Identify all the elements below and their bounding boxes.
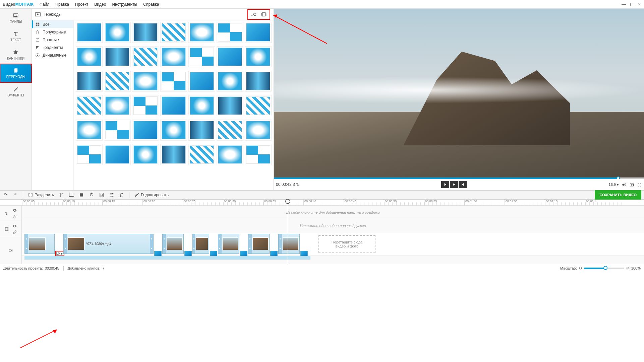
transition-thumb[interactable] (190, 72, 214, 90)
transition-thumb[interactable] (246, 23, 270, 42)
transition-thumb[interactable] (105, 72, 129, 90)
transition-thumb[interactable] (218, 121, 242, 139)
transition-thumb[interactable] (246, 121, 270, 139)
play-button[interactable] (450, 181, 458, 188)
transition-thumb[interactable] (105, 96, 129, 115)
menu-video[interactable]: Видео (94, 2, 106, 7)
menu-file[interactable]: Файл (40, 2, 50, 7)
redo-icon[interactable] (13, 192, 18, 198)
rotate-icon[interactable] (89, 192, 94, 198)
save-video-button[interactable]: СОХРАНИТЬ ВИДЕО (595, 190, 641, 200)
edit-button[interactable]: Редактировать (134, 192, 169, 198)
category-all[interactable]: Все (32, 20, 73, 28)
transition-thumb[interactable] (190, 48, 214, 66)
transition-thumb[interactable] (105, 145, 129, 164)
overlay-track[interactable]: Наложите одно видео поверх другого (22, 219, 644, 232)
transition-thumb[interactable] (133, 72, 158, 90)
transition-thumb[interactable] (218, 72, 242, 90)
clip-7[interactable] (278, 234, 300, 254)
clip-3[interactable] (162, 234, 184, 254)
transition-thumb[interactable] (162, 96, 186, 115)
menu-help[interactable]: Справка (143, 2, 159, 7)
clip-handle[interactable] (25, 234, 28, 254)
zoom-in-button[interactable]: ⊕ (626, 266, 629, 270)
progress-knob[interactable] (617, 176, 620, 179)
transition-thumb[interactable] (190, 96, 214, 115)
tab-files[interactable]: ФАЙЛЫ (0, 9, 32, 27)
minimize-button[interactable]: — (622, 2, 626, 7)
transition-thumb[interactable] (246, 72, 270, 90)
split-button[interactable]: Разделить (28, 192, 54, 198)
tab-effects[interactable]: ЭФФЕКТЫ (0, 82, 32, 101)
clip-5[interactable] (218, 234, 239, 254)
transitions-strip[interactable] (24, 256, 310, 260)
eye-icon[interactable] (12, 224, 17, 228)
trash-icon[interactable] (119, 192, 124, 198)
next-frame-button[interactable] (459, 181, 467, 188)
link-icon[interactable] (12, 230, 17, 234)
video-track[interactable]: 2,0 ▴▾ 9754-1080p.mp4 2,0 2,0 2,0 2,0 2,… (22, 232, 644, 256)
drop-zone[interactable]: Перетащите сюда видео и фото (318, 235, 375, 253)
preview-video[interactable] (274, 9, 644, 179)
transition-thumb[interactable] (162, 23, 186, 42)
transition-thumb[interactable] (218, 145, 242, 164)
transition-thumb[interactable] (133, 121, 158, 139)
playhead[interactable] (287, 200, 287, 264)
prev-frame-button[interactable] (441, 181, 449, 188)
apply-all-button[interactable] (259, 10, 268, 18)
transition-thumb[interactable] (162, 72, 186, 90)
transition-thumb[interactable] (133, 23, 158, 42)
transition-thumb[interactable] (133, 145, 158, 164)
crop-icon[interactable] (69, 192, 74, 198)
clip-4[interactable] (192, 234, 209, 254)
category-popular[interactable]: Популярные (32, 28, 73, 36)
timeline-ruler[interactable]: 00:00:0500:00:1000:00:1500:00:2000:00:25… (0, 200, 644, 206)
transition-thumb[interactable] (105, 48, 129, 66)
transition-thumb[interactable] (218, 48, 242, 66)
cut-icon[interactable] (59, 192, 64, 198)
adjust-icon[interactable] (109, 192, 114, 198)
shuffle-button[interactable] (249, 10, 258, 18)
transition-thumb[interactable] (162, 48, 186, 66)
volume-icon[interactable] (622, 182, 627, 187)
clip-handle[interactable] (150, 234, 153, 254)
menu-edit[interactable]: Правка (55, 2, 69, 7)
timeline-body[interactable]: Дважды кликните для добавления текста и … (22, 206, 644, 264)
zoom-out-button[interactable]: ⊖ (579, 266, 582, 270)
transition-thumb[interactable] (105, 121, 129, 139)
category-simple[interactable]: Простые (32, 36, 73, 44)
stop-icon[interactable] (79, 192, 84, 198)
clip-1[interactable] (24, 234, 55, 254)
transition-thumb[interactable] (77, 48, 101, 66)
clip-2[interactable]: 9754-1080p.mp4 (63, 234, 154, 254)
transition-thumb[interactable] (218, 23, 242, 42)
tab-pictures[interactable]: КАРТИНКИ (0, 46, 32, 64)
transition-thumb[interactable] (246, 145, 270, 164)
close-button[interactable]: ✕ (638, 2, 641, 7)
tab-transitions[interactable]: ПЕРЕХОДЫ (0, 64, 32, 82)
transition-thumb[interactable] (218, 96, 242, 115)
transition-thumb[interactable] (162, 121, 186, 139)
category-dynamic[interactable]: Динамичные (32, 51, 73, 59)
snapshot-icon[interactable] (629, 182, 634, 187)
fullscreen-icon[interactable] (637, 182, 642, 187)
transition-thumb[interactable] (190, 121, 214, 139)
transition-thumb[interactable] (133, 96, 158, 115)
transition-thumb[interactable] (246, 48, 270, 66)
menu-project[interactable]: Проект (75, 2, 89, 7)
text-track[interactable]: Дважды кликните для добавления текста и … (22, 206, 644, 219)
transition-thumb[interactable] (77, 23, 101, 42)
link-icon[interactable] (12, 214, 17, 219)
aspect-ratio[interactable]: 16:9 ▾ (609, 183, 619, 187)
maximize-button[interactable]: ◻ (630, 2, 634, 7)
preview-progress[interactable] (274, 177, 644, 179)
transition-thumbnails[interactable] (74, 20, 274, 190)
zoom-slider[interactable] (584, 268, 624, 269)
resize-icon[interactable] (99, 192, 104, 198)
transition-thumb[interactable] (190, 145, 214, 164)
transition-thumb[interactable] (77, 72, 101, 90)
clip-handle[interactable] (64, 234, 67, 254)
clip-6[interactable] (248, 234, 270, 254)
transition-thumb[interactable] (105, 23, 129, 42)
menu-tools[interactable]: Инструменты (112, 2, 137, 7)
